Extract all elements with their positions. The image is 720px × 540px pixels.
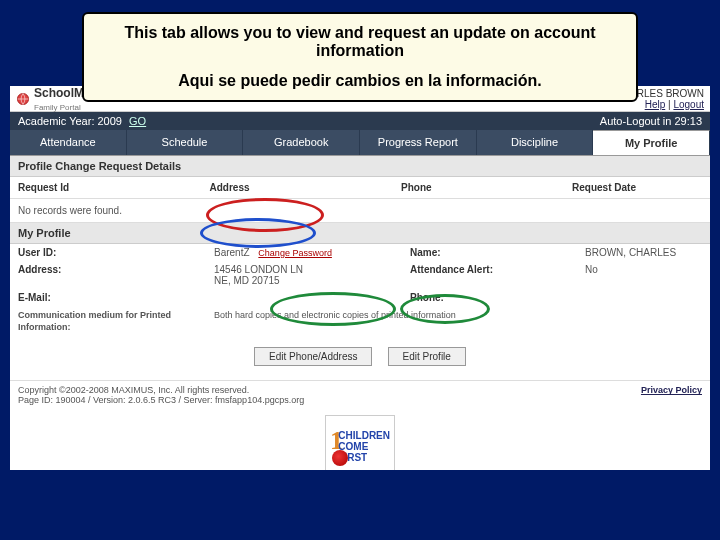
instruction-callout: This tab allows you to view and request …	[82, 12, 638, 102]
address-value: 14546 LONDON LN NE, MD 20715	[206, 261, 402, 289]
globe-icon	[16, 92, 30, 106]
alert-label: Attendance Alert:	[402, 261, 577, 289]
academic-year: Academic Year: 2009	[18, 115, 122, 127]
logo-children: CHILDREN	[338, 430, 390, 441]
tab-attendance[interactable]: Attendance	[10, 130, 127, 155]
tab-gradebook[interactable]: Gradebook	[243, 130, 360, 155]
section-pcrd: Profile Change Request Details	[10, 156, 710, 177]
pcrd-columns: Request Id Address Phone Request Date	[10, 177, 710, 199]
callout-line1: This tab allows you to view and request …	[102, 24, 618, 60]
address-label: Address:	[10, 261, 206, 289]
footer: Copyright ©2002-2008 MAXIMUS, Inc. All r…	[10, 380, 710, 409]
auto-logout: Auto-Logout in 29:13	[600, 115, 702, 127]
edit-phone-address-button[interactable]: Edit Phone/Address	[254, 347, 372, 366]
page-id: Page ID: 190004 / Version: 2.0.6.5 RC3 /…	[18, 395, 304, 405]
tab-my-profile[interactable]: My Profile	[593, 130, 710, 155]
tab-schedule[interactable]: Schedule	[127, 130, 244, 155]
no-records-msg: No records were found.	[10, 199, 710, 223]
change-password-link[interactable]: Change Password	[258, 248, 332, 258]
tab-discipline[interactable]: Discipline	[477, 130, 594, 155]
comm-value: Both hard copies and electronic copies o…	[206, 306, 486, 337]
callout-line2: Aqui se puede pedir cambios en la inform…	[102, 72, 618, 90]
col-phone: Phone	[401, 182, 572, 193]
user-id-label: User ID:	[10, 244, 206, 261]
profile-grid: User ID: BarentZ Change Password Name: B…	[10, 244, 710, 306]
app-window: SchoolMax Family Portal CHARLES BROWN He…	[10, 86, 710, 470]
logout-link[interactable]: Logout	[673, 99, 704, 110]
user-id-value: BarentZ Change Password	[206, 244, 402, 261]
col-request-date: Request Date	[572, 182, 702, 193]
section-my-profile: My Profile	[10, 223, 710, 244]
email-value	[206, 289, 402, 306]
apple-icon	[332, 450, 348, 466]
go-link[interactable]: GO	[129, 115, 146, 127]
address-line1: 14546 LONDON LN	[214, 264, 303, 275]
name-value: BROWN, CHARLES	[577, 244, 710, 261]
name-label: Name:	[402, 244, 577, 261]
email-label: E-Mail:	[10, 289, 206, 306]
phone-value	[577, 289, 710, 306]
col-address: Address	[210, 182, 402, 193]
main-tabs: Attendance Schedule Gradebook Progress R…	[10, 130, 710, 156]
phone-label: Phone:	[402, 289, 577, 306]
col-request-id: Request Id	[18, 182, 210, 193]
tab-progress-report[interactable]: Progress Report	[360, 130, 477, 155]
privacy-policy-link[interactable]: Privacy Policy	[641, 385, 702, 395]
year-bar: Academic Year: 2009 GO Auto-Logout in 29…	[10, 112, 710, 130]
comm-label: Communication medium for Printed Informa…	[10, 306, 206, 337]
address-line2: NE, MD 20715	[214, 275, 280, 286]
edit-profile-button[interactable]: Edit Profile	[388, 347, 466, 366]
copyright: Copyright ©2002-2008 MAXIMUS, Inc. All r…	[18, 385, 304, 395]
user-id-text: BarentZ	[214, 247, 250, 258]
button-row: Edit Phone/Address Edit Profile	[10, 337, 710, 380]
footer-right: Privacy Policy	[641, 385, 702, 395]
footer-left: Copyright ©2002-2008 MAXIMUS, Inc. All r…	[18, 385, 304, 405]
alert-value: No	[577, 261, 710, 289]
brand-sub: Family Portal	[34, 103, 81, 112]
children-come-first-logo: 1 CHILDREN COME FIRST	[10, 415, 710, 470]
help-link[interactable]: Help	[645, 99, 666, 110]
